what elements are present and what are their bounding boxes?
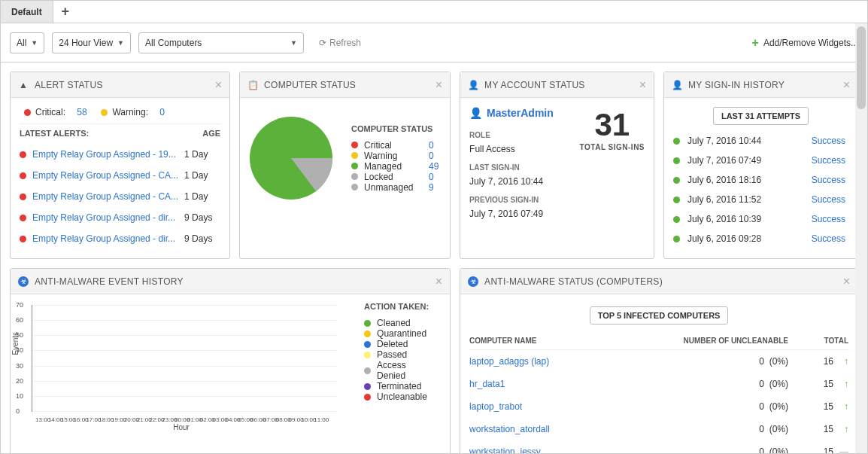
last-signin-label: LAST SIGN-IN — [469, 163, 568, 172]
total-signins-count: 31 — [580, 107, 645, 143]
legend-name: Passed — [377, 349, 436, 360]
red-dot-icon — [351, 142, 358, 148]
scope-dropdown[interactable]: All Computers ▼ — [138, 32, 304, 53]
legend-item[interactable]: Unmanaged 9 — [351, 182, 444, 193]
prev-signin-value: July 7, 2016 07:49 — [469, 209, 568, 219]
warning-count[interactable]: 0 — [159, 107, 165, 117]
critical-dot-icon — [20, 172, 26, 179]
widget-computer-status: 📋 COMPUTER STATUS × COMPUTER STATUS Crit… — [239, 72, 451, 259]
alert-row: Empty Relay Group Assigned - CA... 1 Day — [20, 165, 220, 186]
close-icon[interactable]: × — [843, 78, 850, 92]
latest-alerts-label: LATEST ALERTS: — [20, 129, 89, 138]
computer-name[interactable]: workstation_atordall — [469, 424, 668, 434]
critical-count[interactable]: 58 — [77, 107, 86, 117]
legend-name: Access Denied — [377, 360, 436, 381]
user-icon: 👤 — [469, 107, 482, 119]
chevron-down-icon: ▼ — [117, 39, 124, 47]
close-icon[interactable]: × — [843, 275, 850, 288]
legend-item[interactable]: Critical 0 — [351, 140, 444, 151]
alert-row: Empty Relay Group Assigned - dir... 9 Da… — [20, 207, 220, 228]
legend-name: Terminated — [377, 381, 436, 392]
legend-name: Quarantined — [377, 328, 436, 339]
computer-name[interactable]: laptop_adaggs (lap) — [469, 356, 668, 367]
signin-status[interactable]: Success — [812, 194, 845, 205]
legend-item[interactable]: Access Denied — [364, 360, 447, 381]
critical-dot-icon — [20, 236, 26, 242]
legend-item[interactable]: Managed 49 — [351, 161, 444, 172]
signin-row: July 6, 2016 11:52 Success — [673, 190, 845, 209]
user-icon: 👤 — [672, 80, 682, 90]
alert-name[interactable]: Empty Relay Group Assigned - CA... — [32, 191, 178, 202]
computer-name[interactable]: laptop_trabot — [469, 401, 668, 412]
last-attempts-button[interactable]: LAST 31 ATTEMPTS — [713, 107, 809, 125]
legend-item[interactable]: Quarantined — [364, 328, 447, 339]
plus-icon: + — [752, 36, 759, 50]
close-icon[interactable]: × — [436, 78, 442, 92]
signin-status[interactable]: Success — [812, 233, 845, 244]
uncleanable-count: 0 (0%) — [668, 424, 788, 434]
trend-icon: ↑ — [833, 356, 848, 367]
widget-title: MY SIGN-IN HISTORY — [688, 80, 837, 90]
blue-dot-icon — [364, 341, 371, 348]
list-icon: 📋 — [247, 80, 258, 90]
close-icon[interactable]: × — [215, 78, 222, 92]
alert-name[interactable]: Empty Relay Group Assigned - 19... — [32, 149, 178, 160]
legend-name: Uncleanable — [377, 392, 436, 402]
legend-item[interactable]: Passed — [364, 349, 447, 360]
alert-row: Empty Relay Group Assigned - CA... 1 Day — [20, 186, 220, 207]
computer-name[interactable]: hr_data1 — [469, 379, 668, 389]
alert-icon: ▲ — [18, 80, 29, 90]
add-tab-button[interactable]: + — [53, 1, 77, 23]
alert-row: Empty Relay Group Assigned - dir... 9 Da… — [20, 228, 220, 249]
signin-status[interactable]: Success — [812, 175, 845, 185]
page-scrollbar-thumb[interactable] — [857, 26, 866, 109]
widget-am-history: ☣ ANTI-MALWARE EVENT HISTORY × Events 13… — [10, 268, 451, 454]
alert-name[interactable]: Empty Relay Group Assigned - dir... — [32, 233, 178, 244]
signin-status[interactable]: Success — [812, 155, 845, 166]
refresh-button[interactable]: ⟳ Refresh — [311, 38, 369, 48]
legend-item[interactable]: Terminated — [364, 381, 447, 392]
total-count: 15 — [788, 401, 833, 412]
view-dropdown[interactable]: 24 Hour View ▼ — [52, 32, 131, 53]
legend-item[interactable]: Cleaned — [364, 318, 447, 328]
widget-am-status: ☣ ANTI-MALWARE STATUS (COMPUTERS) × TOP … — [460, 268, 858, 454]
alert-name[interactable]: Empty Relay Group Assigned - dir... — [32, 212, 178, 223]
signin-status[interactable]: Success — [812, 136, 845, 146]
close-icon[interactable]: × — [639, 78, 646, 92]
add-remove-widgets-button[interactable]: + Add/Remove Widgets... — [752, 36, 858, 50]
legend-item[interactable]: Warning 0 — [351, 151, 444, 161]
legend-name: Warning — [364, 151, 423, 161]
account-username[interactable]: MasterAdmin — [487, 107, 554, 119]
signin-status[interactable]: Success — [812, 214, 845, 224]
computer-name[interactable]: workstation_iessy — [469, 446, 668, 454]
col-computer-name: COMPUTER NAME — [469, 337, 668, 345]
signin-row: July 6, 2016 09:28 Success — [673, 229, 845, 248]
legend-item[interactable]: Locked 0 — [351, 172, 444, 182]
critical-label: Critical: — [35, 107, 65, 117]
legend-item[interactable]: Uncleanable — [364, 392, 447, 402]
user-icon: 👤 — [468, 80, 478, 90]
close-icon[interactable]: × — [436, 275, 442, 288]
biohazard-icon: ☣ — [18, 276, 29, 287]
total-count: 15 — [788, 379, 833, 389]
tab-default[interactable]: Default — [1, 1, 53, 23]
legend-item[interactable]: Deleted — [364, 339, 447, 349]
add-widgets-label: Add/Remove Widgets... — [763, 38, 858, 48]
legend-value: 49 — [429, 161, 444, 172]
alert-age: 1 Day — [184, 170, 220, 181]
total-count: 15 — [788, 446, 833, 454]
filter-all-dropdown[interactable]: All ▼ — [10, 32, 44, 53]
widget-my-account: 👤 MY ACCOUNT STATUS × 👤 MasterAdmin ROLE… — [460, 72, 654, 259]
infected-computer-row: laptop_trabot 0 (0%) 15 ↑ — [469, 395, 848, 418]
am-history-chart[interactable]: Events 13:0014:0015:0016:0017:0018:0019:… — [14, 302, 349, 430]
signin-row: July 7, 2016 07:49 Success — [673, 151, 845, 170]
signin-row: July 6, 2016 10:39 Success — [673, 209, 845, 229]
computer-status-pie[interactable] — [246, 113, 336, 203]
success-dot-icon — [673, 236, 680, 242]
legend-title: ACTION TAKEN: — [364, 302, 447, 311]
success-dot-icon — [673, 138, 680, 145]
signin-history-list[interactable]: July 7, 2016 10:44 Success July 7, 2016 … — [673, 131, 848, 248]
top-infected-button[interactable]: TOP 5 INFECTED COMPUTERS — [590, 306, 729, 325]
alert-name[interactable]: Empty Relay Group Assigned - CA... — [32, 170, 178, 181]
legend-name: Critical — [364, 140, 423, 151]
